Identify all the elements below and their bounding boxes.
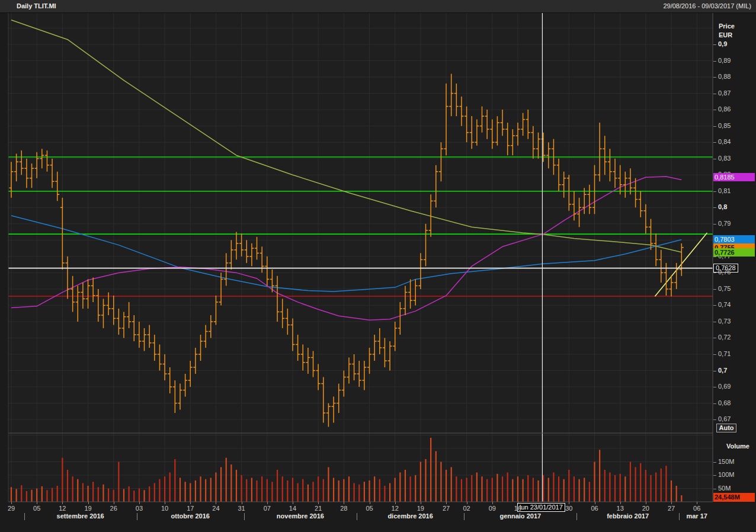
volume-bar: [143, 490, 145, 502]
volume-bar: [185, 482, 186, 502]
date-tick-label: 06: [586, 505, 604, 512]
volume-bar: [364, 482, 365, 502]
volume-bar: [543, 475, 544, 502]
price-tick-label: 0,89: [718, 57, 731, 64]
price-tick-label: 0,71: [718, 350, 731, 357]
price-axis-tick: [713, 110, 716, 110]
volume-bar: [609, 473, 610, 502]
date-axis-tick: [421, 502, 421, 504]
auto-scale-button[interactable]: Auto: [716, 424, 736, 432]
volume-bar: [297, 483, 299, 502]
volume-axis-tick: [713, 475, 716, 476]
volume-bar: [251, 478, 252, 502]
price-axis-tick: [713, 338, 716, 338]
volume-bar: [200, 476, 201, 502]
date-tick-label: 20: [637, 505, 655, 512]
volume-bar: [46, 490, 47, 502]
month-label: settembre 2016: [45, 512, 116, 520]
date-tick-label: 14: [284, 505, 302, 512]
price-tick-label: 0,83: [718, 155, 731, 162]
price-axis-tick: [713, 387, 716, 387]
price-axis-tick: [713, 224, 716, 225]
volume-bar: [292, 478, 293, 502]
volume-bar: [671, 480, 672, 502]
price-axis-tick: [713, 191, 716, 192]
volume-bar: [338, 480, 339, 502]
volume-bar: [358, 485, 360, 502]
price-axis-unit: EUR: [719, 31, 732, 39]
volume-bar: [261, 476, 262, 502]
volume-bar: [451, 467, 452, 502]
date-axis-tick: [216, 502, 216, 504]
volume-bar: [123, 489, 124, 502]
volume-bar: [108, 489, 109, 502]
date-axis-tick: [88, 502, 89, 504]
price-tick-label: 0,72: [718, 334, 731, 341]
date-axis-tick: [467, 502, 467, 504]
month-separator: [464, 513, 465, 520]
price-tick-label: 0,69: [718, 383, 731, 390]
month-separator: [24, 513, 25, 520]
price-tick-label: 0,74: [718, 301, 731, 308]
ma-magenta-tag: 0,8185: [713, 173, 755, 181]
volume-bar: [369, 480, 370, 502]
volume-bar: [92, 482, 94, 502]
volume-axis-tick: [713, 462, 716, 463]
volume-bar: [553, 473, 554, 502]
volume-bar: [139, 489, 140, 502]
volume-bar: [389, 483, 390, 502]
date-tick-label: 02: [458, 505, 476, 512]
volume-bar: [620, 474, 621, 502]
volume-bar: [333, 478, 334, 502]
date-tick-label: 17: [181, 505, 199, 512]
volume-bar: [537, 480, 539, 502]
date-tick-label: 07: [258, 505, 276, 512]
price-axis-tick: [713, 61, 716, 62]
ma-green-tag: 0,7726: [713, 248, 755, 257]
price-tick-label: 0,9: [718, 40, 727, 47]
volume-bar: [323, 479, 324, 502]
date-tick-label: 12: [53, 505, 71, 512]
volume-bar: [589, 482, 590, 502]
volume-bar: [476, 473, 478, 502]
volume-bar: [507, 473, 508, 502]
price-tick-label: 0,85: [718, 122, 731, 129]
date-tick-label: 05: [28, 505, 46, 512]
volume-bar: [57, 486, 58, 502]
price-axis-tick: [713, 403, 716, 404]
volume-bar: [415, 475, 416, 502]
volume-tick-label: 150M: [718, 458, 735, 465]
volume-bar: [384, 486, 385, 502]
price-axis-tick: [713, 77, 716, 78]
volume-bar: [271, 482, 273, 502]
price-tick-label: 0,8: [718, 203, 727, 210]
volume-axis-title: Volume: [726, 443, 749, 450]
volume-bar: [466, 478, 467, 502]
volume-bar: [41, 486, 43, 502]
volume-tick-label: 100M: [718, 471, 735, 478]
volume-bar: [456, 476, 457, 502]
volume-bar: [195, 480, 196, 502]
volume-bar: [558, 476, 559, 502]
date-axis-tick: [11, 502, 12, 504]
month-separator: [357, 513, 357, 520]
volume-bar: [72, 476, 73, 502]
volume-bar: [374, 476, 375, 502]
date-axis-tick: [267, 502, 268, 504]
price-axis-tick: [713, 419, 716, 420]
volume-bar: [471, 475, 472, 502]
date-tick-label: 26: [105, 505, 123, 512]
volume-bar: [36, 489, 37, 502]
volume-bar: [129, 486, 130, 502]
volume-bar: [395, 478, 396, 502]
price-tick-label: 0,75: [718, 285, 731, 292]
volume-bar: [236, 470, 237, 502]
volume-bar: [517, 476, 518, 502]
date-axis-tick: [318, 502, 319, 504]
volume-bar: [282, 476, 283, 502]
month-label: mar 17: [661, 512, 732, 520]
chart-canvas[interactable]: [0, 0, 756, 532]
volume-bar: [318, 476, 319, 502]
price-tick-label: 0,84: [718, 138, 731, 145]
date-axis-tick: [293, 502, 293, 504]
